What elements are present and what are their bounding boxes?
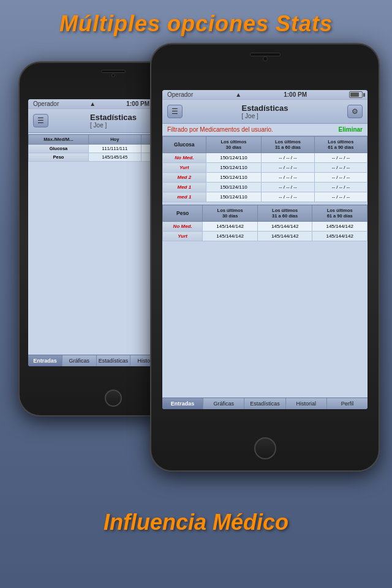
camera-large: [263, 56, 268, 61]
time-large: 1:00 PM: [284, 91, 307, 98]
tab-entradas-small[interactable]: Entradas: [28, 355, 62, 366]
tab-estadisticas-large[interactable]: Estadísticas: [244, 398, 285, 409]
phones-container: Operador ▲ 1:00 PM ☰ Estadísticas [ Joe …: [0, 43, 392, 502]
tab-entradas-large[interactable]: Entradas: [162, 398, 203, 409]
peso-row-1-col2: 145/144/142: [257, 232, 312, 241]
small-col-header-2: Hoy: [88, 135, 141, 145]
nav-title-small: Estadísticas: [90, 113, 137, 122]
glucosa-row-3-col2: -- / -- / --: [262, 183, 314, 192]
nav-bar-large: ☰ Estadísticas [ Joe ] ⚙: [162, 100, 368, 124]
glucosa-row-1-col2: -- / -- / --: [262, 163, 314, 173]
wifi-icon-small: ▲: [89, 100, 96, 107]
glucosa-row-0-col3: -- / -- / --: [314, 153, 367, 163]
peso-col2-header: Los últimos 31 a 60 días: [257, 205, 312, 222]
glucosa-row-2-col3: -- / -- / --: [314, 173, 367, 183]
glucosa-row-0-label: No Med.: [163, 153, 206, 163]
carrier-small: Operador: [33, 100, 59, 107]
peso-row-1-col1: 145/144/142: [203, 232, 258, 241]
glucosa-row-2-label: Med 2: [163, 173, 206, 183]
tab-perfil-large[interactable]: Perfil: [327, 398, 368, 409]
peso-row-0-col3: 145/144/142: [312, 222, 368, 232]
glucosa-row-0-col1: 150/124/110: [206, 153, 262, 163]
glucosa-row-1-col1: 150/124/110: [206, 163, 262, 173]
status-bar-large: Operador ▲ 1:00 PM: [162, 90, 368, 100]
small-row-1-label: Peso: [29, 153, 89, 162]
glucosa-table: Glucosa Los últimos 30 días Los últimos …: [162, 136, 368, 202]
peso-row-0-col2: 145/144/142: [257, 222, 312, 232]
carrier-large: Operador: [167, 91, 193, 98]
gear-button-large[interactable]: ⚙: [347, 105, 363, 118]
iphone-large: Operador ▲ 1:00 PM ☰ Estadísticas [ Joe …: [150, 43, 380, 472]
screen-large: Operador ▲ 1:00 PM ☰ Estadísticas [ Joe …: [162, 90, 368, 409]
glucosa-row-2-col2: -- / -- / --: [262, 173, 314, 183]
tab-estadisticas-small[interactable]: Estadísticas: [97, 355, 131, 366]
glucosa-row-3-col3: -- / -- / --: [314, 183, 367, 192]
nav-subtitle-large: [ Joe ]: [242, 113, 288, 119]
peso-col1-header: Los últimos 30 días: [203, 205, 258, 222]
menu-button-small[interactable]: ☰: [33, 114, 48, 127]
peso-row-0-col1: 145/144/142: [203, 222, 258, 232]
tab-graficas-small[interactable]: Gráficas: [62, 355, 97, 366]
peso-table: Peso Los últimos 30 días Los últimos 31 …: [162, 205, 368, 241]
wifi-icon-large: ▲: [235, 91, 241, 98]
small-row-1-hoy: 145/145/145: [88, 153, 141, 162]
peso-row-0-label: No Med.: [163, 222, 203, 232]
eliminar-button[interactable]: Eliminar: [339, 126, 363, 133]
glucosa-row-4-col3: -- / -- / --: [314, 192, 367, 202]
glucosa-col2-header: Los últimos 31 a 60 días: [262, 137, 314, 153]
glucosa-row-1-label: Yurt: [163, 163, 206, 173]
home-button-small[interactable]: [105, 390, 122, 407]
speaker-small: [101, 70, 126, 73]
glucosa-col3-header: Los últimos 61 a 90 días: [314, 137, 367, 153]
tab-bar-large: Entradas Gráficas Estadísticas Historial…: [162, 398, 368, 409]
small-row-0-label: Glucosa: [29, 145, 89, 153]
glucosa-col1-header: Los últimos 30 días: [206, 137, 262, 153]
peso-row-1-col3: 145/144/142: [312, 232, 368, 241]
filter-text: Filtrado por Medicamentos del usuario.: [167, 126, 273, 133]
glucosa-row-4-label: med 1: [163, 192, 206, 202]
peso-row-1-label: Yurt: [163, 232, 203, 241]
glucosa-row-4-col1: 150/124/110: [206, 192, 262, 202]
glucosa-row-2-col1: 150/124/110: [206, 173, 262, 183]
menu-button-large[interactable]: ☰: [167, 105, 183, 118]
tab-historial-large[interactable]: Historial: [286, 398, 327, 409]
peso-header: Peso: [163, 205, 203, 222]
camera-small: [111, 74, 115, 77]
home-button-large[interactable]: [254, 437, 276, 459]
time-small: 1:00 PM: [126, 100, 149, 107]
glucosa-row-0-col2: -- / -- / --: [262, 153, 314, 163]
glucosa-header: Glucosa: [163, 137, 206, 153]
glucosa-row-1-col3: -- / -- / --: [314, 163, 367, 173]
small-col-header-1: Máx./Med/M...: [29, 135, 89, 145]
glucosa-row-3-col1: 150/124/110: [206, 183, 262, 192]
tab-graficas-large[interactable]: Gráficas: [203, 398, 244, 409]
small-row-0-hoy: 111/111/111: [88, 145, 141, 153]
filter-bar: Filtrado por Medicamentos del usuario. E…: [162, 124, 368, 136]
glucosa-row-4-col2: -- / -- / --: [262, 192, 314, 202]
nav-title-large: Estadísticas: [242, 104, 288, 113]
peso-col3-header: Los últimos 61 a 90 días: [312, 205, 368, 222]
battery-large: [349, 91, 363, 98]
nav-subtitle-small: [ Joe ]: [90, 122, 137, 129]
glucosa-row-3-label: Med 1: [163, 183, 206, 192]
